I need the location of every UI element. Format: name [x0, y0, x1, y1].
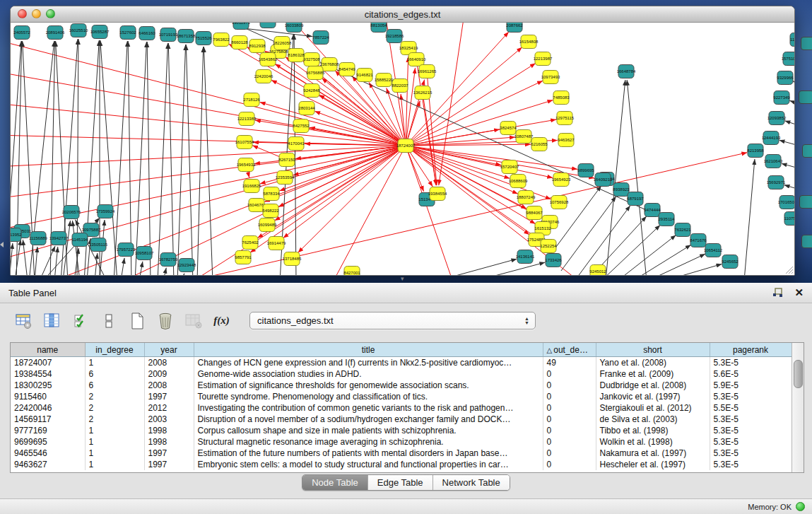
delete-table-disabled-button[interactable] [184, 311, 203, 330]
graph-node[interactable]: 9245652 [722, 255, 739, 269]
column-header-pagerank[interactable]: pagerank [710, 343, 792, 357]
graph-edge[interactable] [665, 264, 722, 275]
table-cell[interactable]: 1 [85, 436, 144, 448]
graph-node[interactable]: 12213383 [237, 112, 257, 126]
table-cell[interactable]: 6 [85, 368, 144, 380]
graph-node[interactable]: 13718485 [283, 252, 302, 266]
graph-node[interactable]: 2087662 [506, 23, 523, 33]
graph-node[interactable]: 15720407 [500, 160, 519, 174]
citation-network-canvas[interactable]: 2405572208914061602551010655287152760264… [11, 23, 794, 275]
table-cell[interactable]: 5.3E-5 [710, 357, 792, 369]
graph-edge[interactable] [744, 159, 755, 275]
graph-node[interactable]: 7625402 [242, 236, 259, 250]
show-columns-button[interactable] [42, 311, 61, 330]
table-cell[interactable]: 9465546 [11, 448, 85, 459]
table-cell[interactable]: 5.5E-5 [710, 402, 792, 414]
graph-node[interactable]: 16107554 [235, 136, 254, 149]
column-header-out_de[interactable]: △out_de… [543, 343, 596, 357]
table-cell[interactable]: 14569117 [11, 414, 85, 425]
graph-node[interactable]: 8813054 [370, 23, 387, 33]
graph-node[interactable]: 1145194 [72, 233, 89, 247]
graph-edge[interactable] [40, 246, 55, 275]
graph-edge[interactable] [782, 163, 794, 170]
graph-node[interactable]: 8427552 [293, 119, 310, 133]
graph-node[interactable]: 7963822 [213, 33, 230, 47]
graph-edge[interactable] [259, 102, 406, 146]
table-cell[interactable]: 5.3E-5 [710, 425, 792, 436]
graph-node[interactable]: 16099489 [258, 218, 277, 232]
graph-edge[interactable] [177, 45, 186, 275]
table-cell[interactable]: 0 [543, 380, 596, 391]
graph-node[interactable]: 2935114 [659, 213, 676, 226]
table-cell[interactable]: 49 [543, 357, 596, 369]
resize-grip[interactable] [784, 264, 794, 274]
graph-node[interactable]: 8267150 [278, 153, 295, 167]
table-cell[interactable]: 19384554 [11, 368, 85, 380]
graph-edge[interactable] [784, 185, 794, 192]
graph-node[interactable]: 16648784 [617, 65, 636, 78]
graph-node[interactable]: 2803144 [298, 102, 315, 115]
delete-table-button[interactable] [155, 311, 175, 330]
table-cell[interactable]: 6 [85, 380, 144, 391]
graph-node[interactable]: 9463627 [558, 134, 575, 147]
table-row[interactable]: 1456911722003Disruption of a novel membe… [11, 414, 792, 425]
graph-node[interactable]: 8912938 [249, 40, 266, 53]
graph-node[interactable]: 19654923 [552, 173, 571, 187]
graph-node[interactable]: 16961265 [418, 65, 437, 78]
table-cell[interactable]: 0 [543, 402, 596, 414]
table-cell[interactable]: Genome-wide association studies in ADHD. [194, 368, 543, 380]
graph-node[interactable]: 10973493 [541, 71, 560, 84]
table-cell[interactable]: 5.3E-5 [710, 391, 792, 402]
graph-edge[interactable] [135, 42, 146, 275]
table-cell[interactable]: 1998 [144, 436, 194, 448]
graph-edge[interactable] [182, 274, 184, 275]
network-view[interactable]: 2405572208914061602551010655287152760264… [11, 23, 794, 275]
graph-node[interactable]: 3824574 [500, 122, 517, 135]
graph-edge[interactable] [128, 41, 131, 275]
graph-node[interactable]: 16640910 [407, 53, 426, 66]
graph-node[interactable]: 8822037 [392, 79, 408, 93]
table-cell[interactable]: 1997 [144, 448, 194, 459]
graph-node[interactable]: 12975115 [555, 112, 575, 125]
table-cell[interactable]: Jankovic et al. (1997) [596, 391, 710, 402]
table-row[interactable]: 946362711997Embryonic stem cells: a mode… [11, 459, 792, 470]
graph-node[interactable]: 6879197 [627, 192, 644, 206]
graph-edge[interactable] [147, 42, 151, 275]
table-cell[interactable]: 5.3E-5 [710, 448, 792, 459]
tab-network-table[interactable]: Network Table [433, 475, 510, 490]
graph-edge[interactable] [406, 146, 453, 275]
tab-node-table[interactable]: Node Table [302, 475, 368, 490]
table-cell[interactable]: 0 [543, 436, 596, 448]
table-cell[interactable]: 0 [543, 391, 596, 402]
table-cell[interactable]: 22420046 [11, 402, 85, 414]
graph-node[interactable]: 16756885 [306, 66, 325, 80]
graph-node[interactable]: 2718126 [243, 93, 260, 107]
graph-edge[interactable] [789, 100, 794, 107]
table-selector-dropdown[interactable]: citations_edges.txt ▲▼ [249, 312, 536, 329]
table-cell[interactable]: 1 [85, 425, 144, 436]
graph-edge[interactable] [114, 41, 127, 275]
table-cell[interactable]: 1997 [144, 391, 194, 402]
function-builder-button[interactable]: f(x) [212, 311, 231, 330]
table-cell[interactable]: Dudbridge et al. (2008) [596, 380, 710, 391]
table-cell[interactable]: 5.9E-5 [710, 380, 792, 391]
table-row[interactable]: 1830029562008Estimation of significance … [11, 380, 792, 391]
graph-node[interactable]: 9899695 [577, 164, 594, 177]
table-cell[interactable]: 2 [85, 391, 144, 402]
graph-node[interactable]: 8454749 [339, 63, 355, 76]
graph-node[interactable]: 5878334 [263, 187, 280, 201]
table-cell[interactable]: 0 [543, 425, 596, 436]
minimize-window-button[interactable] [32, 9, 41, 18]
graph-node[interactable]: 10654112 [704, 244, 723, 257]
table-cell[interactable]: Tibbo et al. (1998) [596, 425, 710, 436]
float-panel-icon[interactable] [772, 288, 783, 298]
graph-edge[interactable] [333, 146, 406, 275]
table-cell[interactable]: Yano et al. (2008) [596, 357, 710, 369]
graph-node[interactable]: 19384554 [428, 187, 447, 201]
graph-node[interactable]: 9245012 [589, 265, 606, 276]
graph-edge[interactable] [204, 47, 213, 275]
graph-node[interactable]: 7515526 [195, 32, 212, 45]
graph-node[interactable]: 16210643 [764, 155, 783, 168]
table-cell[interactable]: 2003 [144, 414, 194, 425]
table-cell[interactable]: Structural magnetic resonance image aver… [194, 436, 543, 448]
